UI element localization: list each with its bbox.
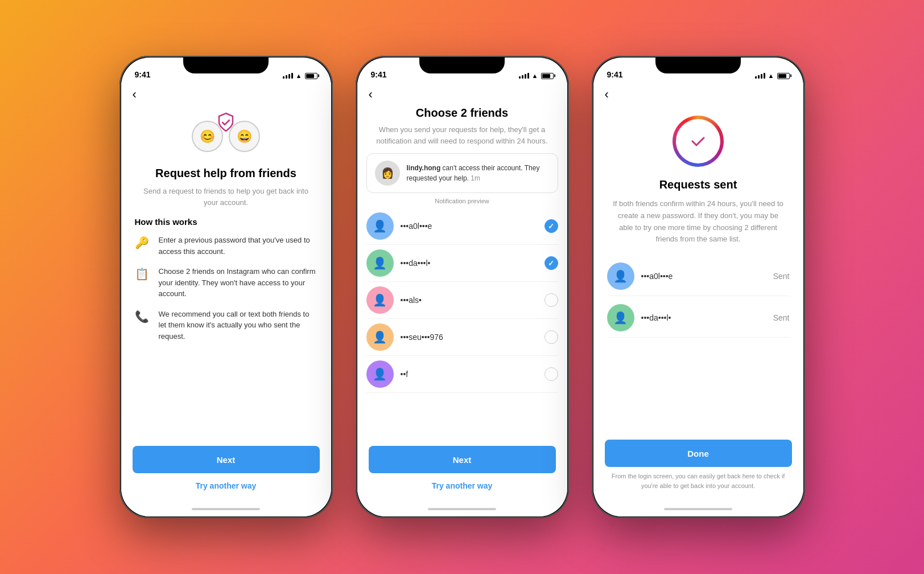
notification-preview-card: 👩 lindy.hong can't access their account.…: [366, 153, 558, 193]
sent-list: 👤 •••a0l•••e Sent 👤 •••da•••l• Sent: [607, 257, 790, 338]
screen-2: ‹ Choose 2 friends When you send your re…: [357, 83, 567, 516]
sent-item-1: 👤 •••da•••l• Sent: [607, 298, 790, 338]
screen-1: ‹ 😊 😄 Request help: [121, 83, 331, 516]
gradient-ring: [673, 116, 724, 167]
home-indicator-3: [593, 502, 803, 516]
done-button-3[interactable]: Done: [605, 440, 792, 467]
shield-badge: [216, 112, 236, 133]
friends-list: 👤 •••a0l•••e 👤 •••da•••l• 👤 •••als•: [357, 208, 567, 439]
wifi-icon-3: ▲: [768, 72, 774, 79]
home-bar-1: [192, 508, 260, 510]
friend-avatar-0: 👤: [366, 212, 394, 240]
bar-1: [283, 76, 284, 79]
friend-avatar-3: 👤: [366, 323, 394, 351]
friend-avatar-4: 👤: [366, 360, 394, 388]
screen-3: ‹ Requests sent If both friends confirm …: [593, 83, 803, 516]
how-title: How this works: [135, 217, 317, 227]
friend-avatar-2: 👤: [366, 286, 394, 314]
friend-check-4[interactable]: [544, 367, 558, 381]
notch-3: [655, 58, 741, 73]
back-button-2[interactable]: ‹: [357, 83, 567, 106]
s3-content: Requests sent If both friends confirm wi…: [593, 106, 803, 433]
battery-1: [305, 73, 317, 79]
checkmark-circle: [607, 116, 790, 167]
status-time-1: 9:41: [135, 70, 151, 79]
s1-title: Request help from friends: [135, 167, 317, 180]
sent-avatar-0: 👤: [607, 263, 634, 290]
friend-item-4[interactable]: 👤 ••f: [366, 356, 558, 393]
friend-check-0[interactable]: [544, 219, 558, 233]
sent-status-1: Sent: [773, 313, 790, 322]
friend-avatar-1: 👤: [366, 249, 394, 277]
step-text-3: We recommend you call or text both frien…: [159, 309, 317, 342]
status-icons-1: ▲: [283, 72, 317, 79]
s3-subtitle: If both friends confirm within 24 hours,…: [607, 198, 790, 245]
bottom-area-2: Next Try another way: [357, 439, 567, 502]
status-time-3: 9:41: [607, 70, 623, 79]
step-list: 🔑 Enter a previous password that you've …: [135, 235, 317, 342]
sent-status-0: Sent: [773, 272, 790, 281]
home-indicator-1: [121, 502, 331, 516]
phone-3: 9:41 ▲ ‹: [592, 56, 805, 518]
list-icon: 📋: [135, 267, 151, 281]
s2-header: Choose 2 friends When you send your requ…: [357, 106, 567, 153]
gradient-ring-inner: [676, 119, 720, 163]
bar-4: [291, 73, 293, 79]
friend-item-1[interactable]: 👤 •••da•••l•: [366, 245, 558, 282]
s2-content: Choose 2 friends When you send your requ…: [357, 106, 567, 439]
signal-bars-1: [283, 73, 293, 79]
illustration-faces: 😊 😄: [192, 112, 260, 158]
phone-icon: 📞: [135, 310, 151, 323]
notif-time: 1m: [471, 174, 480, 182]
try-another-way-2[interactable]: Try another way: [369, 481, 556, 490]
friend-name-0: •••a0l•••e: [401, 222, 538, 231]
sent-item-0: 👤 •••a0l•••e Sent: [607, 257, 790, 296]
next-button-1[interactable]: Next: [133, 446, 320, 473]
bar-2: [286, 75, 287, 79]
back-button-3[interactable]: ‹: [593, 83, 803, 106]
notch-1: [183, 58, 269, 73]
friend-item-3[interactable]: 👤 •••seu•••976: [366, 319, 558, 356]
wifi-icon-1: ▲: [296, 72, 302, 79]
notif-avatar: 👩: [375, 161, 400, 186]
friend-name-1: •••da•••l•: [401, 259, 538, 268]
s1-subtitle: Send a request to friends to help you ge…: [135, 186, 317, 208]
friend-item-2[interactable]: 👤 •••als•: [366, 282, 558, 319]
notif-text: lindy.hong can't access their account. T…: [407, 163, 550, 183]
friend-name-3: •••seu•••976: [401, 333, 538, 342]
home-indicator-2: [357, 502, 567, 516]
status-icons-3: ▲: [755, 72, 790, 79]
friend-check-1[interactable]: [544, 256, 558, 270]
friend-check-2[interactable]: [544, 293, 558, 307]
s2-title: Choose 2 friends: [371, 106, 554, 120]
wifi-icon-2: ▲: [532, 72, 538, 79]
s1-illustration: 😊 😄: [135, 112, 317, 158]
bottom-area-3: Done From the login screen, you can easi…: [593, 433, 803, 502]
sent-avatar-1: 👤: [607, 304, 634, 331]
phone-2: 9:41 ▲ ‹ Choose 2 friends When yo: [356, 56, 569, 518]
friend-check-3[interactable]: [544, 330, 558, 344]
phone-1: 9:41 ▲ ‹ 😊: [119, 56, 333, 518]
step-text-2: Choose 2 friends on Instagram who can co…: [159, 266, 317, 300]
battery-2: [541, 73, 554, 79]
bar-3: [288, 74, 290, 79]
back-button-1[interactable]: ‹: [121, 83, 331, 106]
s1-content: 😊 😄 Request help from friends Send a req…: [121, 106, 331, 439]
s3-title: Requests sent: [607, 178, 790, 191]
try-another-way-1[interactable]: Try another way: [133, 481, 320, 490]
next-button-2[interactable]: Next: [369, 446, 556, 473]
sent-name-0: •••a0l•••e: [641, 272, 766, 281]
friend-name-4: ••f: [401, 370, 538, 379]
bottom-area-1: Next Try another way: [121, 439, 331, 502]
signal-bars-3: [755, 73, 765, 79]
s3-footer: From the login screen, you can easily ge…: [605, 467, 792, 490]
step-text-1: Enter a previous password that you've us…: [159, 235, 317, 257]
notif-label: Notification preview: [357, 198, 567, 204]
sent-name-1: •••da•••l•: [641, 313, 766, 322]
step-item-3: 📞 We recommend you call or text both fri…: [135, 309, 317, 342]
friend-item-0[interactable]: 👤 •••a0l•••e: [366, 208, 558, 245]
battery-3: [777, 73, 790, 79]
status-time-2: 9:41: [371, 70, 387, 79]
step-item-2: 📋 Choose 2 friends on Instagram who can …: [135, 266, 317, 300]
battery-fill-1: [306, 74, 314, 78]
